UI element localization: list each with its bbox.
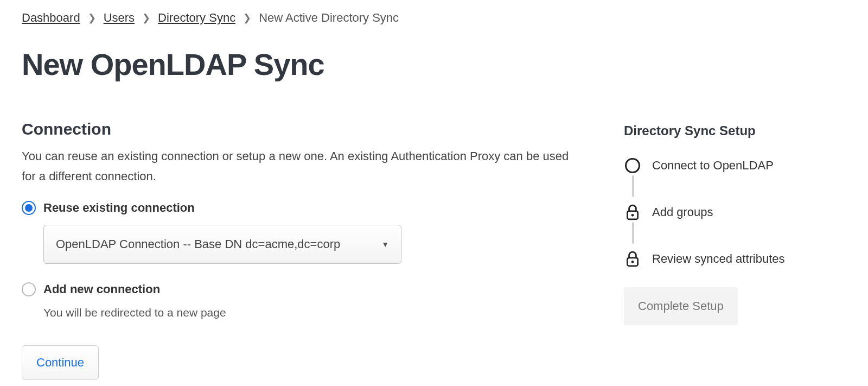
setup-sidebar: Directory Sync Setup Connect to OpenLDAP… (624, 120, 819, 325)
connection-select-value: OpenLDAP Connection -- Base DN dc=acme,d… (56, 237, 340, 251)
setup-step-add-groups: Add groups (624, 204, 819, 250)
reuse-connection-option[interactable]: Reuse existing connection (22, 201, 591, 215)
connection-select[interactable]: OpenLDAP Connection -- Base DN dc=acme,d… (43, 225, 401, 264)
reuse-connection-radio[interactable] (22, 201, 36, 215)
chevron-right-icon: ❯ (88, 12, 96, 24)
svg-point-1 (631, 214, 634, 217)
setup-step-label: Review synced attributes (652, 252, 785, 266)
svg-point-3 (631, 261, 634, 263)
breadcrumb: Dashboard ❯ Users ❯ Directory Sync ❯ New… (22, 11, 846, 25)
breadcrumb-current: New Active Directory Sync (259, 11, 399, 25)
continue-button[interactable]: Continue (22, 345, 99, 380)
add-new-connection-label[interactable]: Add new connection (43, 282, 160, 296)
add-new-connection-option[interactable]: Add new connection (22, 282, 591, 296)
setup-step-connect: Connect to OpenLDAP (624, 157, 819, 204)
chevron-right-icon: ❯ (142, 12, 150, 24)
chevron-right-icon: ❯ (243, 12, 251, 24)
setup-step-review-attributes: Review synced attributes (624, 250, 819, 284)
add-new-connection-radio[interactable] (22, 282, 36, 296)
setup-steps: Connect to OpenLDAP Add groups Review sy… (624, 157, 819, 284)
chevron-down-icon: ▼ (381, 240, 389, 249)
setup-step-label: Connect to OpenLDAP (652, 159, 774, 173)
breadcrumb-link-users[interactable]: Users (104, 11, 135, 25)
circle-icon (624, 157, 641, 174)
setup-step-label: Add groups (652, 205, 713, 219)
lock-icon (624, 250, 641, 268)
breadcrumb-link-dashboard[interactable]: Dashboard (22, 11, 80, 25)
lock-icon (624, 204, 641, 221)
reuse-connection-label[interactable]: Reuse existing connection (43, 201, 195, 215)
add-new-connection-note: You will be redirected to a new page (43, 306, 591, 319)
connection-heading: Connection (22, 120, 591, 138)
connection-description: You can reuse an existing connection or … (22, 146, 575, 187)
main-column: Connection You can reuse an existing con… (22, 120, 591, 380)
breadcrumb-link-directory-sync[interactable]: Directory Sync (158, 11, 235, 25)
sidebar-title: Directory Sync Setup (624, 123, 819, 138)
page-title: New OpenLDAP Sync (22, 47, 846, 82)
complete-setup-box: Complete Setup (624, 287, 738, 325)
